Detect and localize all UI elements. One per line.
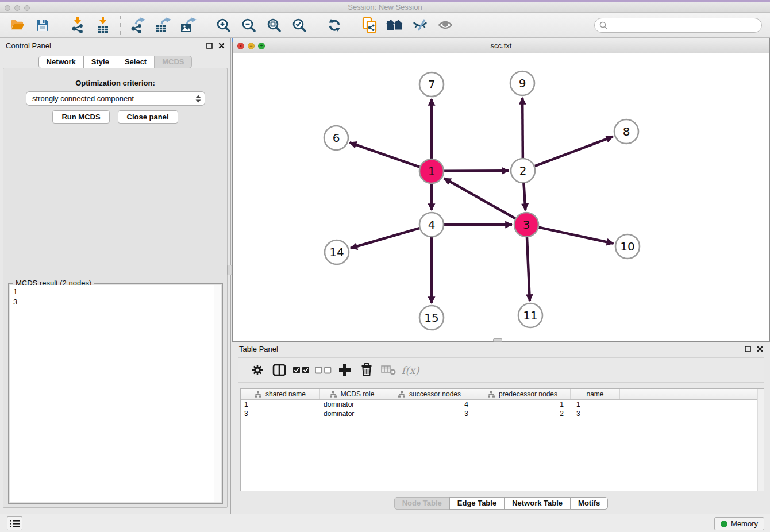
select-all-button[interactable] (290, 359, 312, 381)
home-button[interactable] (382, 14, 407, 36)
task-history-button[interactable] (7, 516, 22, 530)
tab-network-table[interactable]: Network Table (504, 497, 571, 510)
graph-node-9[interactable]: 9 (510, 71, 534, 95)
search-icon (599, 21, 607, 29)
export-image-button[interactable] (176, 14, 201, 36)
run-mcds-button[interactable]: Run MCDS (52, 110, 109, 124)
gear-icon (251, 364, 264, 376)
graph-node-label: 7 (428, 78, 436, 91)
graph-node-6[interactable]: 6 (324, 126, 348, 150)
tab-node-table[interactable]: Node Table (394, 497, 450, 510)
float-table-panel-icon[interactable] (745, 346, 751, 352)
tab-select[interactable]: Select (117, 56, 155, 68)
zoom-fit-icon (267, 18, 282, 33)
graph-node-10[interactable]: 10 (615, 234, 640, 259)
float-panel-icon[interactable] (206, 43, 213, 49)
graph-node-11[interactable]: 11 (518, 303, 542, 327)
tab-edge-table[interactable]: Edge Table (449, 497, 505, 510)
zoom-selected-button[interactable] (287, 14, 312, 36)
table-cell[interactable]: dominator (320, 409, 384, 418)
new-network-from-selection-button[interactable] (357, 14, 382, 36)
column-header-label: successor nodes (409, 390, 461, 398)
graph-node-8[interactable]: 8 (614, 119, 638, 144)
network-graph[interactable]: 7968124314101511 (233, 53, 769, 341)
mcds-result-list[interactable]: 13 (10, 285, 221, 502)
table-row[interactable]: 3dominator323 (241, 409, 764, 418)
column-header-name[interactable]: name (571, 389, 620, 399)
tab-mcds[interactable]: MCDS (154, 56, 192, 68)
table-cell[interactable]: 3 (384, 409, 475, 418)
graph-edge-3-10[interactable] (539, 228, 614, 244)
toggle-graphics-details-button[interactable] (407, 14, 433, 36)
column-header-MCDS-role[interactable]: MCDS role (320, 389, 384, 399)
function-builder-button[interactable]: f(x) (399, 359, 421, 381)
graph-node-3[interactable]: 3 (514, 213, 538, 237)
import-network-button[interactable] (65, 14, 90, 36)
graph-node-1[interactable]: 1 (419, 159, 444, 183)
graph-node-2[interactable]: 2 (511, 159, 535, 183)
table-scrollbar[interactable] (757, 389, 764, 491)
table-cell[interactable]: 1 (475, 400, 571, 409)
table-cell[interactable]: dominator (320, 400, 384, 409)
deselect-all-button[interactable] (312, 359, 334, 381)
import-table-button[interactable] (90, 14, 116, 36)
eye-slash-icon (412, 19, 428, 32)
graph-node-4[interactable]: 4 (419, 213, 444, 237)
table-settings-button[interactable] (247, 359, 268, 381)
graph-edge-2-9[interactable] (522, 98, 523, 158)
graph-node-15[interactable]: 15 (419, 306, 444, 330)
column-header-label: MCDS role (341, 390, 375, 398)
zoom-in-button[interactable] (211, 14, 236, 36)
zoom-out-button[interactable] (236, 14, 261, 36)
column-header-predecessor-nodes[interactable]: predecessor nodes (475, 389, 571, 399)
table-cell[interactable]: 3 (241, 409, 320, 418)
delete-rows-button[interactable] (356, 359, 378, 381)
list-icon (10, 519, 20, 528)
export-table-button[interactable] (151, 14, 176, 36)
search-input[interactable] (610, 21, 757, 29)
close-table-panel-icon[interactable] (757, 346, 763, 352)
zoom-fit-button[interactable] (261, 14, 287, 36)
network-window-title: scc.txt (233, 41, 769, 50)
graph-edge-3-1[interactable] (444, 178, 515, 218)
table-cell[interactable]: 4 (384, 400, 475, 409)
graph-edge-2-8[interactable] (535, 137, 613, 166)
tab-motifs[interactable]: Motifs (570, 497, 608, 510)
graph-node-7[interactable]: 7 (419, 72, 444, 97)
refresh-button[interactable] (322, 14, 347, 36)
tab-style[interactable]: Style (83, 56, 117, 68)
table-row[interactable]: 1dominator411 (241, 400, 764, 409)
export-network-button[interactable] (125, 14, 151, 36)
tab-network[interactable]: Network (38, 56, 84, 68)
mcds-panel: Optimization criterion: strongly connect… (3, 68, 228, 508)
optimization-criterion-dropdown[interactable]: strongly connected component (26, 91, 205, 106)
split-panel-icon (272, 364, 286, 376)
graph-edge-4-14[interactable] (351, 228, 419, 248)
delete-table-button[interactable] (378, 359, 399, 381)
control-panel: Control Panel NetworkStyleSelectMCDS Opt… (0, 38, 231, 514)
add-row-button[interactable] (334, 359, 356, 381)
result-scrollbar[interactable] (214, 285, 221, 502)
graph-edge-1-6[interactable] (350, 142, 420, 167)
show-hide-button[interactable] (433, 14, 458, 36)
table-cell[interactable]: 3 (571, 409, 620, 418)
open-session-button[interactable] (5, 14, 30, 36)
memory-button[interactable]: Memory (714, 517, 764, 530)
toolbar-separator (120, 16, 121, 35)
column-header-shared-name[interactable]: shared name (241, 389, 320, 399)
table-cell[interactable]: 1 (571, 400, 620, 409)
close-panel-icon[interactable] (218, 43, 225, 49)
graph-edge-3-11[interactable] (527, 237, 530, 301)
graph-edge-2-3[interactable] (523, 183, 525, 210)
table-cell[interactable]: 2 (475, 409, 571, 418)
column-header-successor-nodes[interactable]: successor nodes (384, 389, 475, 399)
save-session-button[interactable] (30, 14, 55, 36)
split-view-button[interactable] (268, 359, 290, 381)
table-cell[interactable]: 1 (241, 400, 320, 409)
graph-node-14[interactable]: 14 (325, 240, 349, 264)
close-panel-button[interactable]: Close panel (118, 110, 178, 124)
vertical-splitter-grip[interactable] (227, 265, 232, 275)
graph-node-label: 11 (523, 309, 537, 322)
graph-edge-1-2[interactable] (444, 171, 509, 171)
network-canvas[interactable]: 7968124314101511 (233, 53, 769, 341)
